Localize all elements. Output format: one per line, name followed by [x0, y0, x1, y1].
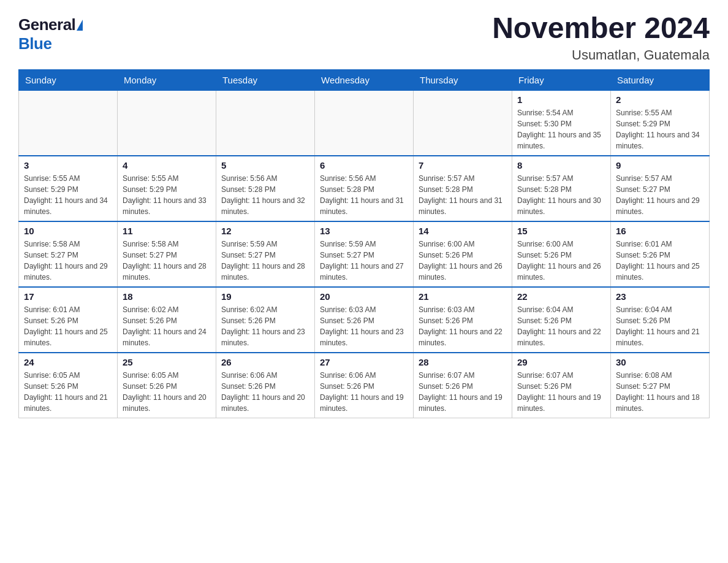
calendar-cell: 18Sunrise: 6:02 AM Sunset: 5:26 PM Dayli…: [118, 287, 216, 353]
day-number: 1: [517, 94, 605, 105]
day-number: 2: [616, 94, 704, 105]
calendar-week-1: 1Sunrise: 5:54 AM Sunset: 5:30 PM Daylig…: [19, 90, 710, 156]
logo-general-text: General: [18, 15, 75, 34]
day-number: 8: [517, 160, 605, 170]
calendar-cell: 4Sunrise: 5:55 AM Sunset: 5:29 PM Daylig…: [118, 156, 216, 221]
day-number: 23: [616, 291, 704, 302]
day-number: 16: [616, 226, 704, 236]
day-number: 22: [517, 291, 605, 302]
calendar-cell: 11Sunrise: 5:58 AM Sunset: 5:27 PM Dayli…: [118, 221, 216, 287]
calendar-cell: 21Sunrise: 6:03 AM Sunset: 5:26 PM Dayli…: [414, 287, 512, 353]
calendar-cell: [315, 90, 414, 156]
calendar-week-5: 24Sunrise: 6:05 AM Sunset: 5:26 PM Dayli…: [19, 353, 710, 418]
calendar-cell: 5Sunrise: 5:56 AM Sunset: 5:28 PM Daylig…: [216, 156, 315, 221]
day-number: 10: [24, 226, 112, 236]
day-info: Sunrise: 5:59 AM Sunset: 5:27 PM Dayligh…: [320, 239, 408, 283]
day-info: Sunrise: 6:06 AM Sunset: 5:26 PM Dayligh…: [320, 370, 408, 414]
day-number: 5: [221, 160, 309, 170]
title-section: November 2024 Usumatlan, Guatemala: [492, 12, 710, 63]
day-info: Sunrise: 6:08 AM Sunset: 5:27 PM Dayligh…: [616, 370, 704, 414]
calendar-cell: 19Sunrise: 6:02 AM Sunset: 5:26 PM Dayli…: [216, 287, 315, 353]
calendar-cell: 15Sunrise: 6:00 AM Sunset: 5:26 PM Dayli…: [512, 221, 611, 287]
logo-triangle-icon: [77, 20, 83, 31]
day-number: 30: [616, 357, 704, 367]
calendar-cell: [414, 90, 512, 156]
calendar-cell: 1Sunrise: 5:54 AM Sunset: 5:30 PM Daylig…: [512, 90, 611, 156]
column-header-saturday: Saturday: [611, 69, 710, 90]
calendar-header-row: SundayMondayTuesdayWednesdayThursdayFrid…: [19, 69, 710, 90]
calendar-cell: 9Sunrise: 5:57 AM Sunset: 5:27 PM Daylig…: [611, 156, 710, 221]
day-number: 12: [221, 226, 309, 236]
calendar-cell: 10Sunrise: 5:58 AM Sunset: 5:27 PM Dayli…: [19, 221, 118, 287]
calendar-cell: 27Sunrise: 6:06 AM Sunset: 5:26 PM Dayli…: [315, 353, 414, 418]
day-info: Sunrise: 5:55 AM Sunset: 5:29 PM Dayligh…: [616, 107, 704, 151]
day-info: Sunrise: 6:05 AM Sunset: 5:26 PM Dayligh…: [24, 370, 112, 414]
day-number: 9: [616, 160, 704, 170]
calendar-cell: 26Sunrise: 6:06 AM Sunset: 5:26 PM Dayli…: [216, 353, 315, 418]
day-number: 24: [24, 357, 112, 367]
day-info: Sunrise: 6:04 AM Sunset: 5:26 PM Dayligh…: [616, 304, 704, 348]
day-info: Sunrise: 5:57 AM Sunset: 5:28 PM Dayligh…: [419, 173, 507, 217]
day-number: 14: [419, 226, 507, 236]
day-info: Sunrise: 5:55 AM Sunset: 5:29 PM Dayligh…: [123, 173, 211, 217]
column-header-wednesday: Wednesday: [315, 69, 414, 90]
calendar-cell: 25Sunrise: 6:05 AM Sunset: 5:26 PM Dayli…: [118, 353, 216, 418]
day-number: 26: [221, 357, 309, 367]
day-info: Sunrise: 6:06 AM Sunset: 5:26 PM Dayligh…: [221, 370, 309, 414]
day-info: Sunrise: 6:03 AM Sunset: 5:26 PM Dayligh…: [419, 304, 507, 348]
day-info: Sunrise: 5:57 AM Sunset: 5:27 PM Dayligh…: [616, 173, 704, 217]
calendar-cell: 24Sunrise: 6:05 AM Sunset: 5:26 PM Dayli…: [19, 353, 118, 418]
day-number: 3: [24, 160, 112, 170]
logo: General Blue: [18, 12, 83, 53]
header: General Blue November 2024 Usumatlan, Gu…: [18, 12, 710, 63]
column-header-monday: Monday: [118, 69, 216, 90]
logo-blue-text: Blue: [18, 34, 51, 53]
calendar-cell: 6Sunrise: 5:56 AM Sunset: 5:28 PM Daylig…: [315, 156, 414, 221]
day-info: Sunrise: 6:07 AM Sunset: 5:26 PM Dayligh…: [419, 370, 507, 414]
day-info: Sunrise: 6:03 AM Sunset: 5:26 PM Dayligh…: [320, 304, 408, 348]
calendar-week-3: 10Sunrise: 5:58 AM Sunset: 5:27 PM Dayli…: [19, 221, 710, 287]
day-info: Sunrise: 6:01 AM Sunset: 5:26 PM Dayligh…: [24, 304, 112, 348]
day-number: 25: [123, 357, 211, 367]
day-info: Sunrise: 6:04 AM Sunset: 5:26 PM Dayligh…: [517, 304, 605, 348]
day-number: 17: [24, 291, 112, 302]
day-info: Sunrise: 6:02 AM Sunset: 5:26 PM Dayligh…: [221, 304, 309, 348]
day-number: 6: [320, 160, 408, 170]
calendar-cell: [19, 90, 118, 156]
day-info: Sunrise: 6:01 AM Sunset: 5:26 PM Dayligh…: [616, 239, 704, 283]
day-info: Sunrise: 6:05 AM Sunset: 5:26 PM Dayligh…: [123, 370, 211, 414]
column-header-tuesday: Tuesday: [216, 69, 315, 90]
calendar-cell: 14Sunrise: 6:00 AM Sunset: 5:26 PM Dayli…: [414, 221, 512, 287]
calendar-cell: [216, 90, 315, 156]
day-number: 4: [123, 160, 211, 170]
calendar-table: SundayMondayTuesdayWednesdayThursdayFrid…: [18, 69, 710, 418]
column-header-friday: Friday: [512, 69, 611, 90]
calendar-cell: 30Sunrise: 6:08 AM Sunset: 5:27 PM Dayli…: [611, 353, 710, 418]
calendar-week-4: 17Sunrise: 6:01 AM Sunset: 5:26 PM Dayli…: [19, 287, 710, 353]
calendar-cell: 13Sunrise: 5:59 AM Sunset: 5:27 PM Dayli…: [315, 221, 414, 287]
day-info: Sunrise: 5:58 AM Sunset: 5:27 PM Dayligh…: [24, 239, 112, 283]
calendar-cell: 29Sunrise: 6:07 AM Sunset: 5:26 PM Dayli…: [512, 353, 611, 418]
calendar-week-2: 3Sunrise: 5:55 AM Sunset: 5:29 PM Daylig…: [19, 156, 710, 221]
day-info: Sunrise: 6:00 AM Sunset: 5:26 PM Dayligh…: [419, 239, 507, 283]
day-info: Sunrise: 5:56 AM Sunset: 5:28 PM Dayligh…: [320, 173, 408, 217]
calendar-cell: [118, 90, 216, 156]
day-info: Sunrise: 5:54 AM Sunset: 5:30 PM Dayligh…: [517, 107, 605, 151]
calendar-cell: 28Sunrise: 6:07 AM Sunset: 5:26 PM Dayli…: [414, 353, 512, 418]
day-info: Sunrise: 6:00 AM Sunset: 5:26 PM Dayligh…: [517, 239, 605, 283]
column-header-sunday: Sunday: [19, 69, 118, 90]
calendar-cell: 22Sunrise: 6:04 AM Sunset: 5:26 PM Dayli…: [512, 287, 611, 353]
day-number: 13: [320, 226, 408, 236]
day-number: 28: [419, 357, 507, 367]
day-number: 19: [221, 291, 309, 302]
day-number: 20: [320, 291, 408, 302]
day-number: 7: [419, 160, 507, 170]
day-info: Sunrise: 5:57 AM Sunset: 5:28 PM Dayligh…: [517, 173, 605, 217]
day-number: 11: [123, 226, 211, 236]
calendar-cell: 23Sunrise: 6:04 AM Sunset: 5:26 PM Dayli…: [611, 287, 710, 353]
day-number: 29: [517, 357, 605, 367]
calendar-cell: 7Sunrise: 5:57 AM Sunset: 5:28 PM Daylig…: [414, 156, 512, 221]
calendar-cell: 3Sunrise: 5:55 AM Sunset: 5:29 PM Daylig…: [19, 156, 118, 221]
calendar-cell: 2Sunrise: 5:55 AM Sunset: 5:29 PM Daylig…: [611, 90, 710, 156]
day-info: Sunrise: 5:58 AM Sunset: 5:27 PM Dayligh…: [123, 239, 211, 283]
